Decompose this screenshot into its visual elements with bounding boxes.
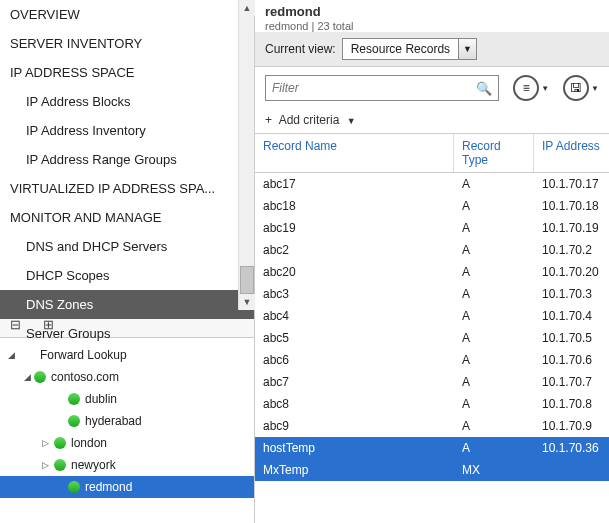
cell-record-type: A bbox=[454, 265, 534, 279]
save-options-button[interactable]: 🖫 ▼ bbox=[563, 75, 599, 101]
cell-record-name: abc9 bbox=[255, 419, 454, 433]
nav-item[interactable]: MONITOR AND MANAGE bbox=[0, 203, 254, 232]
list-options-button[interactable]: ≡ ▼ bbox=[513, 75, 549, 101]
cell-record-name: abc17 bbox=[255, 177, 454, 191]
table-row[interactable]: abc6A10.1.70.6 bbox=[255, 349, 609, 371]
nav-scrollbar[interactable]: ▲ ▼ bbox=[238, 0, 254, 310]
plus-icon: + bbox=[265, 113, 272, 127]
cell-ip-address: 10.1.70.5 bbox=[534, 331, 609, 345]
table-row[interactable]: abc3A10.1.70.3 bbox=[255, 283, 609, 305]
cell-record-name: abc8 bbox=[255, 397, 454, 411]
scroll-down-button[interactable]: ▼ bbox=[239, 294, 255, 310]
expander-icon[interactable]: ▷ bbox=[38, 460, 52, 470]
scroll-track[interactable] bbox=[239, 16, 255, 294]
nav-item[interactable]: OVERVIEW bbox=[0, 0, 254, 29]
cell-record-name: abc5 bbox=[255, 331, 454, 345]
nav-item[interactable]: IP Address Inventory bbox=[0, 116, 254, 145]
tree-node-label: newyork bbox=[71, 458, 116, 472]
table-row[interactable]: abc5A10.1.70.5 bbox=[255, 327, 609, 349]
table-row[interactable]: abc8A10.1.70.8 bbox=[255, 393, 609, 415]
cell-ip-address: 10.1.70.17 bbox=[534, 177, 609, 191]
status-dot-icon bbox=[68, 393, 80, 405]
table-row[interactable]: abc9A10.1.70.9 bbox=[255, 415, 609, 437]
col-ip-address[interactable]: IP Address bbox=[534, 134, 609, 172]
tree-domain[interactable]: ◢ contoso.com bbox=[0, 366, 254, 388]
tree-node[interactable]: ▷newyork bbox=[0, 454, 254, 476]
table-row[interactable]: abc7A10.1.70.7 bbox=[255, 371, 609, 393]
scroll-up-button[interactable]: ▲ bbox=[239, 0, 255, 16]
table-row[interactable]: abc17A10.1.70.17 bbox=[255, 173, 609, 195]
cell-ip-address: 10.1.70.8 bbox=[534, 397, 609, 411]
cell-record-name: abc3 bbox=[255, 287, 454, 301]
status-dot-icon bbox=[34, 371, 46, 383]
cell-record-type: A bbox=[454, 375, 534, 389]
cell-record-name: MxTemp bbox=[255, 463, 454, 477]
col-record-name[interactable]: Record Name bbox=[255, 134, 454, 172]
view-select-value: Resource Records bbox=[343, 42, 458, 56]
col-record-type[interactable]: Record Type bbox=[454, 134, 534, 172]
expander-icon[interactable]: ▷ bbox=[38, 438, 52, 448]
chevron-down-icon[interactable]: ▼ bbox=[591, 84, 599, 93]
nav-item[interactable]: DNS Zones bbox=[0, 290, 254, 319]
nav-item[interactable]: VIRTUALIZED IP ADDRESS SPA... bbox=[0, 174, 254, 203]
cell-ip-address: 10.1.70.36 bbox=[534, 441, 609, 455]
view-select[interactable]: Resource Records ▼ bbox=[342, 38, 477, 60]
tree-node-label: hyderabad bbox=[85, 414, 142, 428]
nav-item[interactable]: DNS and DHCP Servers bbox=[0, 232, 254, 261]
save-icon: 🖫 bbox=[570, 81, 582, 95]
cell-record-type: A bbox=[454, 177, 534, 191]
zone-tree: ◢ Forward Lookup ◢ contoso.com dublinhyd… bbox=[0, 338, 254, 523]
filter-box[interactable]: 🔍 bbox=[265, 75, 499, 101]
search-icon[interactable]: 🔍 bbox=[476, 81, 492, 96]
tree-node[interactable]: redmond bbox=[0, 476, 254, 498]
cell-record-name: abc6 bbox=[255, 353, 454, 367]
cell-ip-address: 10.1.70.3 bbox=[534, 287, 609, 301]
status-dot-icon bbox=[54, 459, 66, 471]
status-dot-icon bbox=[54, 437, 66, 449]
tree-node-label: dublin bbox=[85, 392, 117, 406]
cell-ip-address: 10.1.70.20 bbox=[534, 265, 609, 279]
tree-node[interactable]: ▷london bbox=[0, 432, 254, 454]
view-row: Current view: Resource Records ▼ bbox=[255, 32, 609, 67]
cell-record-name: abc20 bbox=[255, 265, 454, 279]
expander-icon[interactable]: ◢ bbox=[4, 350, 18, 360]
cell-record-type: A bbox=[454, 243, 534, 257]
chevron-down-icon[interactable]: ▼ bbox=[541, 84, 549, 93]
scroll-thumb[interactable] bbox=[240, 266, 254, 294]
cell-record-type: MX bbox=[454, 463, 534, 477]
table-row[interactable]: abc18A10.1.70.18 bbox=[255, 195, 609, 217]
nav-item[interactable]: Server Groups bbox=[0, 319, 254, 348]
left-nav: OVERVIEWSERVER INVENTORYIP ADDRESS SPACE… bbox=[0, 0, 255, 523]
nav-item[interactable]: DHCP Scopes bbox=[0, 261, 254, 290]
expander-icon[interactable]: ◢ bbox=[20, 372, 34, 382]
nav-item[interactable]: SERVER INVENTORY bbox=[0, 29, 254, 58]
filter-input[interactable] bbox=[272, 81, 476, 95]
cell-record-name: abc2 bbox=[255, 243, 454, 257]
chevron-down-icon[interactable]: ▼ bbox=[458, 39, 476, 59]
table-row[interactable]: abc19A10.1.70.19 bbox=[255, 217, 609, 239]
cell-ip-address: 10.1.70.2 bbox=[534, 243, 609, 257]
tree-node[interactable]: dublin bbox=[0, 388, 254, 410]
records-grid: Record Name Record Type IP Address abc17… bbox=[255, 133, 609, 523]
nav-item[interactable]: IP ADDRESS SPACE bbox=[0, 58, 254, 87]
cell-record-type: A bbox=[454, 419, 534, 433]
add-criteria-button[interactable]: + Add criteria ▼ bbox=[255, 109, 609, 133]
tree-node-label: london bbox=[71, 436, 107, 450]
table-row[interactable]: MxTempMX bbox=[255, 459, 609, 481]
cell-ip-address: 10.1.70.9 bbox=[534, 419, 609, 433]
nav-item[interactable]: IP Address Blocks bbox=[0, 87, 254, 116]
cell-record-name: hostTemp bbox=[255, 441, 454, 455]
table-row[interactable]: abc20A10.1.70.20 bbox=[255, 261, 609, 283]
table-row[interactable]: hostTempA10.1.70.36 bbox=[255, 437, 609, 459]
cell-record-type: A bbox=[454, 331, 534, 345]
tree-node-label: redmond bbox=[85, 480, 132, 494]
cell-record-type: A bbox=[454, 287, 534, 301]
nav-item[interactable]: IP Address Range Groups bbox=[0, 145, 254, 174]
status-dot-icon bbox=[68, 415, 80, 427]
tree-node[interactable]: hyderabad bbox=[0, 410, 254, 432]
cell-record-type: A bbox=[454, 353, 534, 367]
table-row[interactable]: abc2A10.1.70.2 bbox=[255, 239, 609, 261]
cell-record-name: abc4 bbox=[255, 309, 454, 323]
cell-record-name: abc19 bbox=[255, 221, 454, 235]
table-row[interactable]: abc4A10.1.70.4 bbox=[255, 305, 609, 327]
